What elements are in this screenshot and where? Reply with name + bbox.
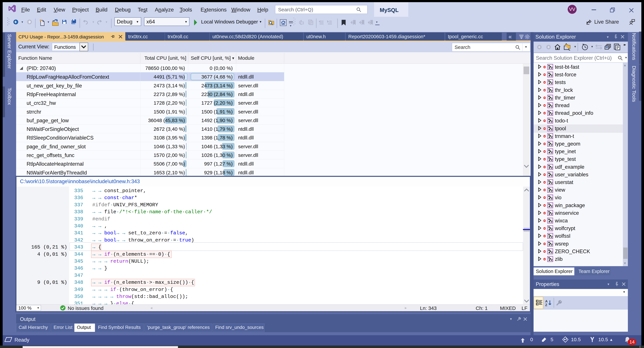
svg-text:A: A bbox=[545, 300, 548, 303]
svg-text:Z: Z bbox=[545, 303, 547, 307]
